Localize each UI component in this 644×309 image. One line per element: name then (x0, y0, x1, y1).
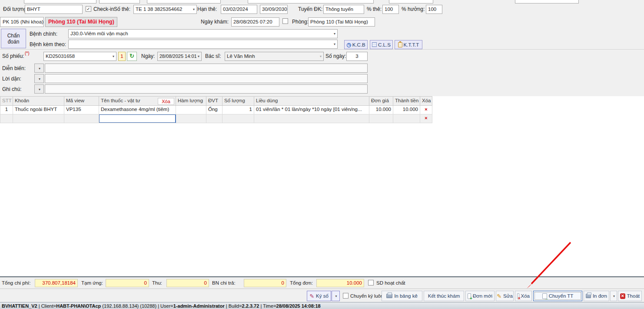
cell-dvt-empty[interactable] (206, 114, 222, 123)
cell-ham-luong-empty[interactable] (176, 114, 206, 123)
cell-khoan-empty[interactable] (13, 114, 64, 123)
so-the-combobox[interactable]: TE 1 38 3825354662 ▾ (133, 5, 197, 14)
pct-the-input[interactable]: 100 (382, 5, 399, 14)
han-the-to-input[interactable]: 30/09/2030 (260, 5, 288, 14)
partial-input-3[interactable] (147, 0, 221, 3)
pct-huong-input[interactable]: 100 (426, 5, 442, 14)
partial-input-4[interactable] (248, 0, 374, 3)
chevron-down-icon[interactable]: ▾ (197, 52, 199, 60)
dien-bien-input[interactable] (45, 64, 368, 73)
checkin-label: Check-in (93, 6, 114, 12)
so-phieu-combobox[interactable]: KD25031658 ▾ (43, 52, 116, 61)
cell-ham-luong[interactable] (176, 106, 206, 114)
han-the-from-input[interactable]: 03/02/2024 (221, 5, 257, 14)
partial-input-6[interactable] (515, 0, 579, 3)
chevron-down-icon[interactable]: ▾ (192, 5, 195, 13)
ngay-kham-input[interactable]: 28/08/2025 07:20 (231, 17, 279, 27)
partial-input-2[interactable] (99, 0, 140, 3)
ket-thuc-kham-button[interactable]: Kết thúc khám (424, 291, 464, 301)
ghi-chu-input[interactable] (45, 84, 368, 94)
dien-bien-dropdown-button[interactable]: ▾ (34, 64, 44, 73)
chuyen-ky-luon-checkbox[interactable] (343, 293, 349, 299)
header-xoa[interactable]: Xóa (420, 96, 432, 106)
tong-chi-phi-label: Tổng chi phí: (2, 280, 30, 285)
doi-tuong-input[interactable]: BHYT (25, 5, 83, 14)
status-app-name: BVHATTIEN_V2 (2, 303, 37, 309)
so-the-value: TE 1 38 3825354662 (136, 5, 192, 13)
header-ma-view[interactable]: Mã view (64, 96, 99, 106)
cell-so-luong-empty[interactable] (222, 114, 254, 123)
chevron-down-icon[interactable]: ▾ (333, 30, 335, 38)
thoat-button[interactable]: ✕ Thoát (618, 291, 642, 301)
drug-entry-focused-cell[interactable] (99, 114, 176, 123)
benh-chinh-combobox[interactable]: J30.0-Viêm mũi vận mạch ▾ (68, 29, 338, 38)
refresh-button[interactable]: ↻ (127, 52, 137, 61)
benh-kem-combobox[interactable]: ▾ (68, 40, 338, 49)
cell-thanh-tien[interactable]: 10.000 (393, 106, 420, 114)
row-delete-button[interactable]: × (420, 106, 432, 114)
checkin-checkbox[interactable]: ✓ (86, 6, 91, 12)
ky-so-button[interactable]: ✎ Ký số (307, 291, 331, 301)
sua-button[interactable]: ✎ Sửa (496, 291, 514, 301)
chevron-down-icon[interactable]: ▾ (333, 40, 335, 48)
cell-don-gia[interactable]: 10.000 (369, 106, 393, 114)
cell-ma-view[interactable]: VP135 (64, 106, 99, 114)
ky-so-dropdown-button[interactable]: ▾ (332, 291, 340, 301)
so-ngay-input[interactable]: 3 (346, 52, 368, 61)
ngay-combobox[interactable]: 28/08/2025 14:01 ▾ (157, 52, 202, 61)
cell-lieu-dung[interactable]: 01 viên/lần * 01 lần/ngày *10 ngày [01 v… (254, 106, 369, 114)
in-don-button[interactable]: In đơn (584, 291, 609, 301)
cls-button[interactable]: C.L.S (370, 40, 393, 49)
header-xoa-button[interactable]: Xóa (158, 98, 174, 105)
cell-don-gia-empty[interactable] (369, 114, 393, 123)
partial-input-5[interactable] (389, 0, 433, 3)
sd-hoat-chat-checkbox[interactable] (368, 280, 374, 285)
room-checkbox[interactable] (282, 18, 288, 24)
in-bang-ke-button[interactable]: In bảng kê (382, 291, 422, 301)
phong-input[interactable]: Phòng 110 (Tai Mũi Họng) (308, 17, 375, 27)
header-ten-thuoc[interactable]: Tên thuốc - vật tư Xóa (99, 96, 176, 106)
kcb-button[interactable]: ◷ K.C.B (344, 40, 368, 49)
chuyen-tt-button[interactable]: → Chuyển TT (533, 291, 582, 301)
chevron-down-icon: ▾ (38, 87, 40, 91)
tuyen-dk-input[interactable]: Thông tuyến (323, 5, 364, 14)
empty-row-delete-button[interactable]: × (420, 114, 432, 123)
cell-so-luong[interactable]: 1 (222, 106, 254, 114)
header-ham-luong[interactable]: Hàm lượng (176, 96, 206, 106)
status-bar: BVHATTIEN_V2 | Client=HABT-PHAN\OTAcp (1… (0, 302, 644, 309)
chan-doan-box[interactable]: Chẩn đoán (1, 29, 26, 48)
header-thanh-tien[interactable]: Thành tiền (393, 96, 420, 106)
kttt-label: K.T.T.T (404, 42, 419, 47)
header-dvt[interactable]: ĐVT (206, 96, 222, 106)
cell-stt-empty[interactable] (0, 114, 13, 123)
xoa-button[interactable]: × Xóa (515, 291, 532, 301)
order-count-badge: 1 (118, 52, 126, 61)
kttt-button[interactable]: K.T.T.T (395, 40, 422, 49)
ngay-kham-label: Ngày khám: (201, 19, 229, 25)
loi-dan-input[interactable] (45, 74, 368, 83)
plus-icon: + (470, 296, 472, 301)
cell-thanh-tien-empty[interactable] (393, 114, 420, 123)
cell-ten-thuoc[interactable]: Dexamethasone 4mg/ml (tiêm) (99, 106, 176, 114)
bac-si-combobox[interactable]: Lê Văn Minh ▾ (225, 52, 324, 61)
tong-chi-phi-field: 370.807,18184 (35, 279, 78, 287)
cell-khoan[interactable]: Thuốc ngoài BHYT (13, 106, 64, 114)
section-divider (0, 49, 644, 50)
header-lieu-dung[interactable]: Liều dùng (254, 96, 369, 106)
loi-dan-dropdown-button[interactable]: ▾ (34, 74, 44, 83)
header-don-gia[interactable]: Đơn giá (369, 96, 393, 106)
cell-ma-view-empty[interactable] (64, 114, 99, 123)
chevron-down-icon[interactable]: ▾ (112, 52, 114, 60)
cell-lieu-dung-empty[interactable] (254, 114, 369, 123)
don-moi-button[interactable]: + Đơn mới (465, 291, 495, 301)
partial-input-1[interactable] (24, 0, 96, 3)
header-ten-thuoc-label: Tên thuốc - vật tư (101, 98, 140, 103)
header-khoan[interactable]: Khoản (13, 96, 64, 106)
header-stt[interactable]: STT (0, 96, 13, 106)
ghi-chu-dropdown-button[interactable]: ▾ (34, 84, 44, 94)
header-so-luong[interactable]: Số lượng (222, 96, 254, 106)
cell-dvt[interactable]: Ống (206, 106, 222, 114)
in-don-dropdown-button[interactable]: ▾ (610, 291, 617, 301)
cell-stt[interactable]: 1 (0, 106, 13, 114)
chevron-down-icon: ▾ (319, 52, 322, 60)
